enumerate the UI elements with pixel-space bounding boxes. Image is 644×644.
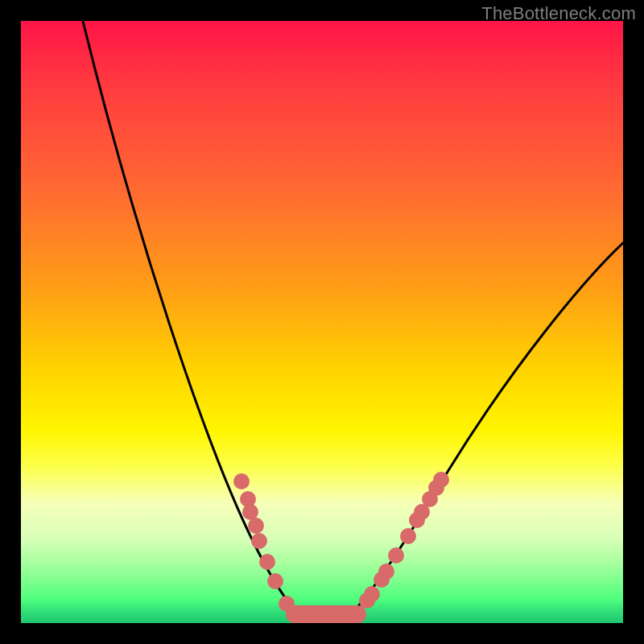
data-dot xyxy=(388,547,404,564)
data-dot xyxy=(251,533,267,549)
data-dot xyxy=(267,573,283,589)
dots-left-group xyxy=(233,473,295,612)
data-dot xyxy=(248,518,264,534)
data-dot xyxy=(259,554,275,570)
data-dot xyxy=(233,473,250,489)
chart-svg xyxy=(21,21,623,623)
dots-right-group xyxy=(359,472,449,609)
data-dot xyxy=(378,564,394,580)
data-dot xyxy=(364,586,380,602)
data-dot xyxy=(279,596,295,612)
data-dot xyxy=(400,528,416,544)
data-dot xyxy=(433,472,449,488)
watermark-text: TheBottleneck.com xyxy=(481,3,636,24)
curve-left xyxy=(79,21,303,615)
chart-plot-area xyxy=(21,21,623,623)
